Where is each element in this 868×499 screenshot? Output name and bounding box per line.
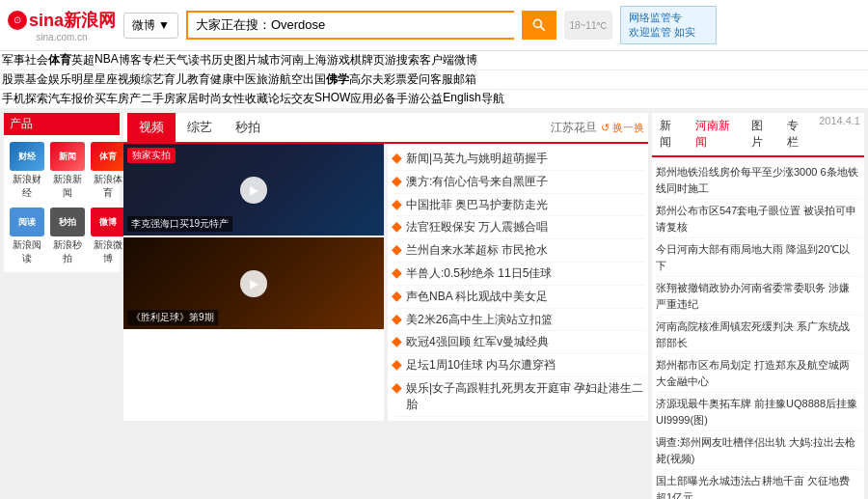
nav-dushu[interactable]: 读书 [188, 52, 211, 69]
right-tab-zhuanlan[interactable]: 专栏 [779, 113, 815, 155]
tab-miaopai[interactable]: 秒拍 [224, 113, 272, 142]
nav-henan[interactable]: 河南 [281, 52, 304, 69]
news-text-7[interactable]: 美2米26高中生上演站立扣篮 [406, 312, 553, 328]
nav-tupian[interactable]: 图片 [234, 52, 258, 69]
nav-jiaju[interactable]: 家居 [176, 91, 199, 107]
search-input[interactable] [186, 11, 514, 40]
right-news-6[interactable]: 济源现最牛奥拓车牌 前挂豫UQ8888后挂豫UI9999(图) [656, 393, 860, 431]
nav-shishang[interactable]: 时尚 [199, 91, 222, 107]
sidebar-item-weibo[interactable]: 微博 新浪微博 [89, 205, 127, 268]
news-text-2[interactable]: 中国批菲 奥巴马护妻防走光 [406, 197, 548, 213]
nav-jiankang[interactable]: 健康 [210, 71, 233, 88]
news-text-5[interactable]: 半兽人:0.5秒绝杀 11日5佳球 [406, 265, 552, 282]
nav-shipin[interactable]: 视频 [118, 71, 141, 88]
refresh-btn[interactable]: ↺ 换一换 [601, 121, 644, 135]
nav-shouyou[interactable]: 手游 [396, 91, 420, 107]
right-tab-tupian[interactable]: 图片 [744, 113, 779, 155]
nav-jiaoyou[interactable]: 交友 [291, 91, 314, 107]
nav-shouji[interactable]: 手机 [2, 91, 25, 107]
nav-youxiang[interactable]: 邮箱 [453, 71, 476, 88]
right-news-1[interactable]: 郑州公布市区547套电子眼位置 被误拍可申请复核 [656, 200, 860, 238]
video-thumb-1[interactable]: 独家实拍 ▶ 李克强海口买19元特产 [123, 144, 384, 236]
nav-shehui[interactable]: 社会 [25, 52, 48, 69]
sidebar-item-news[interactable]: 新闻 新浪新闻 [48, 139, 87, 203]
nav-boke[interactable]: 博客 [119, 52, 142, 69]
nav-bibei[interactable]: 必备 [373, 91, 396, 107]
right-news-4[interactable]: 河南高院核准周镇宏死缓判决 系广东统战部部长 [656, 316, 860, 354]
right-news-7[interactable]: 调查:郑州网友吐槽伴侣出轨 大妈:拉出去枪毙(视频) [656, 431, 860, 470]
nav-nba[interactable]: NBA [95, 52, 119, 69]
nav-nvxing[interactable]: 女性 [222, 91, 245, 107]
right-tab-henan[interactable]: 河南新闻 [688, 113, 744, 157]
nav-chuguo[interactable]: 出国 [303, 71, 326, 88]
news-text-4[interactable]: 兰州自来水苯超标 市民抢水 [406, 242, 548, 259]
news-item-6[interactable]: ◆ 声色NBA 科比观战中美女足 [392, 286, 644, 309]
nav-yueer[interactable]: 育儿 [164, 71, 187, 88]
right-news-8[interactable]: 国土部曝光永城违法占耕地千亩 欠征地费超1亿元 [656, 470, 860, 499]
sidebar-item-finance[interactable]: 财经 新浪财经 [8, 139, 46, 203]
nav-yingyong[interactable]: 应用 [350, 91, 373, 107]
weibo-dropdown[interactable]: 微博 ▼ [123, 13, 178, 39]
nav-tiyu[interactable]: 体育 [48, 52, 71, 69]
news-item-3[interactable]: ◆ 法官狂殴保安 万人震撼合唱 [392, 216, 644, 239]
nav-youxi[interactable]: 游戏 [327, 52, 350, 69]
news-text-1[interactable]: 澳方:有信心信号来自黑匣子 [406, 174, 548, 190]
nav-show[interactable]: SHOW [314, 91, 350, 107]
news-item-9[interactable]: ◆ 足坛1周10佳球 内马尔遭穿裆 [392, 354, 644, 377]
nav-qiche[interactable]: 汽车 [48, 91, 71, 107]
nav-tianqi[interactable]: 天气 [165, 52, 188, 69]
nav-weibo-nav[interactable]: 微博 [454, 52, 477, 69]
play-icon-1[interactable]: ▶ [240, 177, 267, 204]
sidebar-item-read[interactable]: 阅读 新浪阅读 [8, 205, 46, 268]
nav-yule[interactable]: 娱乐 [48, 71, 71, 88]
nav-fangchan[interactable]: 房产 [118, 91, 141, 107]
nav-english[interactable]: English [443, 91, 480, 107]
news-text-6[interactable]: 声色NBA 科比观战中美女足 [406, 289, 548, 305]
news-item-2[interactable]: ◆ 中国批菲 奥巴马护妻防走光 [392, 194, 644, 217]
sidebar-item-miaopai[interactable]: 秒拍 新浪秒拍 [48, 205, 87, 268]
search-button[interactable] [522, 11, 556, 40]
nav-gaorfu[interactable]: 高尔夫 [349, 71, 384, 88]
news-text-9[interactable]: 足坛1周10佳球 内马尔遭穿裆 [406, 357, 556, 374]
nav-ershoufang[interactable]: 二手房 [141, 91, 176, 107]
nav-hangkong[interactable]: 航空 [280, 71, 303, 88]
nav-xingzuo[interactable]: 星座 [95, 71, 118, 88]
tab-shipin[interactable]: 视频 [127, 113, 176, 142]
play-icon-2[interactable]: ▶ [240, 270, 267, 297]
nav-zhongyi[interactable]: 中医 [233, 71, 257, 88]
news-item-5[interactable]: ◆ 半兽人:0.5秒绝杀 11日5佳球 [392, 263, 644, 286]
nav-gongyi[interactable]: 公益 [420, 91, 443, 107]
nav-shanghai[interactable]: 上海 [304, 52, 327, 69]
nav-yingchao[interactable]: 英超 [71, 52, 95, 69]
news-item-4[interactable]: ◆ 兰州自来水苯超标 市民抢水 [392, 239, 644, 263]
nav-foxue[interactable]: 佛学 [326, 71, 349, 88]
nav-lishi[interactable]: 历史 [211, 52, 234, 69]
news-item-0[interactable]: ◆ 新闻|马英九与姚明超萌握手 [392, 148, 644, 171]
news-text-3[interactable]: 法官狂殴保安 万人震撼合唱 [406, 219, 548, 236]
nav-shoucang[interactable]: 收藏 [245, 91, 268, 107]
tab-zongyi[interactable]: 综艺 [176, 113, 224, 142]
nav-aiwen[interactable]: 爱问 [407, 71, 430, 88]
nav-lvyou[interactable]: 旅游 [257, 71, 280, 88]
nav-baojia[interactable]: 报价 [71, 91, 95, 107]
nav-yeyou[interactable]: 页游 [373, 52, 396, 69]
nav-tansuo[interactable]: 探索 [25, 91, 48, 107]
nav-gupiao[interactable]: 股票 [2, 71, 25, 88]
nav-kefu[interactable]: 客服 [430, 71, 453, 88]
nav-zhuanlan[interactable]: 专栏 [142, 52, 165, 69]
nav-junshi[interactable]: 军事 [2, 52, 25, 69]
news-text-0[interactable]: 新闻|马英九与姚明超萌握手 [406, 151, 548, 167]
video-thumb-2[interactable]: ▶ 《胜利足球》第9期 [123, 237, 384, 329]
news-item-7[interactable]: ◆ 美2米26高中生上演站立扣篮 [392, 309, 644, 332]
nav-jiaoyu[interactable]: 教育 [187, 71, 210, 88]
nav-sousuo[interactable]: 搜索 [396, 52, 420, 69]
right-news-5[interactable]: 郑州都市区布局划定 打造郑东及航空城两大金融中心 [656, 354, 860, 393]
news-text-10[interactable]: 娱乐|女子高跟鞋扎死男友开庭审 孕妇赴港生二胎 [406, 380, 644, 413]
nav-kehu[interactable]: 客户端 [420, 52, 454, 69]
right-news-3[interactable]: 张翔被撤销政协办河南省委常委职务 涉嫌严重违纪 [656, 277, 860, 316]
nav-zongyi[interactable]: 综艺 [141, 71, 164, 88]
right-news-0[interactable]: 郑州地铁沿线房价每平至少涨3000 6条地铁线同时施工 [656, 161, 860, 200]
news-item-1[interactable]: ◆ 澳方:有信心信号来自黑匣子 [392, 171, 644, 194]
news-item-10[interactable]: ◆ 娱乐|女子高跟鞋扎死男友开庭审 孕妇赴港生二胎 [392, 377, 644, 417]
nav-chengshi[interactable]: 城市 [258, 52, 281, 69]
